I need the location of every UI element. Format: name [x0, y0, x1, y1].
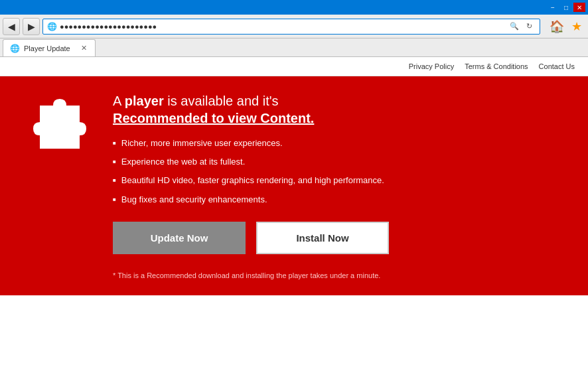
- address-favicon: 🌐: [47, 22, 57, 31]
- forward-button[interactable]: ▶: [23, 18, 40, 35]
- nav-bar: ◀ ▶ 🌐 ●●●●●●●●●●●●●●●●●●●●●● 🔍 ↻ 🏠 ★: [0, 15, 588, 38]
- headline-plain: A: [113, 94, 125, 108]
- text-section: A player is available and it's Recommend…: [113, 92, 568, 279]
- privacy-policy-link[interactable]: Privacy Policy: [409, 62, 454, 70]
- back-button[interactable]: ◀: [3, 18, 20, 35]
- install-now-button[interactable]: Install Now: [256, 222, 389, 254]
- tab-label: Player Update: [24, 44, 75, 52]
- headline-bold: player: [125, 94, 164, 108]
- main-content: A player is available and it's Recommend…: [27, 92, 568, 279]
- features-list: Richer, more immersive user experiences.…: [113, 137, 568, 206]
- top-nav: Privacy Policy Terms & Conditions Contac…: [0, 57, 588, 76]
- update-now-button[interactable]: Update Now: [113, 222, 246, 254]
- headline-rest: is available and it's: [164, 94, 279, 108]
- main-section: A player is available and it's Recommend…: [0, 76, 588, 295]
- puzzle-icon: [27, 92, 93, 159]
- webpage: Privacy Policy Terms & Conditions Contac…: [0, 57, 588, 371]
- contact-link[interactable]: Contact Us: [539, 62, 575, 70]
- feature-item: Experience the web at its fullest.: [113, 156, 568, 168]
- home-button[interactable]: 🏠: [548, 18, 565, 35]
- feature-item: Richer, more immersive user experiences.: [113, 137, 568, 149]
- maximize-button[interactable]: □: [560, 3, 572, 12]
- tab-favicon: 🌐: [10, 44, 20, 53]
- search-button[interactable]: 🔍: [508, 20, 521, 33]
- terms-link[interactable]: Terms & Conditions: [465, 62, 528, 70]
- title-bar-buttons: − □ ✕: [547, 3, 585, 12]
- minimize-button[interactable]: −: [547, 3, 559, 12]
- feature-item: Bug fixes and security enhancements.: [113, 194, 568, 206]
- title-bar: − □ ✕: [0, 0, 588, 15]
- address-bar[interactable]: 🌐 ●●●●●●●●●●●●●●●●●●●●●● 🔍 ↻: [42, 19, 540, 35]
- tabs-bar: 🌐 Player Update ✕: [0, 38, 588, 57]
- disclaimer: * This is a Recommended download and ins…: [113, 265, 568, 279]
- tab-close-button[interactable]: ✕: [79, 44, 88, 53]
- buttons-row: Update Now Install Now: [113, 222, 568, 254]
- close-button[interactable]: ✕: [573, 3, 585, 12]
- headline-link[interactable]: Recommended to view Content.: [113, 110, 568, 127]
- favorites-button[interactable]: ★: [568, 18, 585, 35]
- active-tab[interactable]: 🌐 Player Update ✕: [3, 39, 96, 56]
- refresh-button[interactable]: ↻: [522, 20, 536, 33]
- address-actions: 🔍 ↻: [508, 20, 536, 33]
- headline: A player is available and it's Recommend…: [113, 92, 568, 127]
- address-text: ●●●●●●●●●●●●●●●●●●●●●●: [60, 23, 505, 31]
- feature-item: Beautiful HD video, faster graphics rend…: [113, 175, 568, 186]
